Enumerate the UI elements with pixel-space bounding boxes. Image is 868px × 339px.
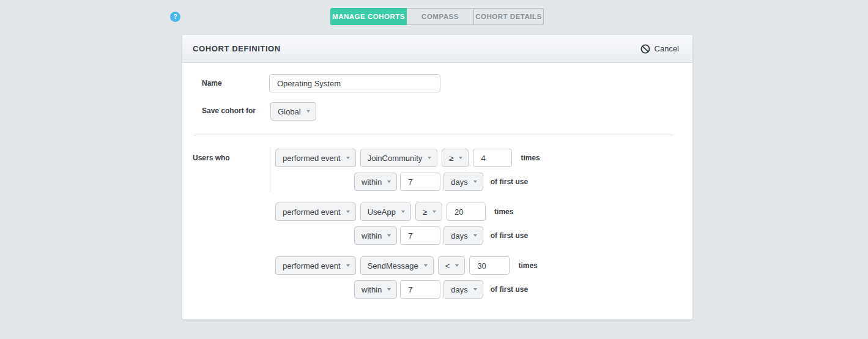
action-dropdown[interactable]: performed event <box>275 256 356 275</box>
panel-header: COHORT DEFINITION Cancel <box>182 35 692 63</box>
unit-dropdown[interactable]: days <box>443 226 483 245</box>
chevron-down-icon <box>346 157 350 159</box>
chevron-down-icon <box>473 234 477 237</box>
action-value: performed event <box>283 261 341 270</box>
count-input[interactable] <box>447 203 486 221</box>
action-dropdown[interactable]: performed event <box>275 149 356 167</box>
chevron-down-icon <box>346 264 350 267</box>
event-dropdown[interactable]: JoinCommunity <box>360 149 438 167</box>
unit-dropdown[interactable]: days <box>443 173 483 191</box>
count-input[interactable] <box>469 256 510 275</box>
tab-manage-cohorts[interactable]: MANAGE COHORTS <box>330 8 407 25</box>
panel-body: Name Save cohort for Global Users who pe… <box>182 63 692 319</box>
cancel-icon <box>640 44 650 54</box>
cancel-label: Cancel <box>655 44 679 53</box>
condition-group-divider <box>270 147 270 192</box>
condition-row: performed event UseApp ≥ times <box>275 203 513 221</box>
operator-dropdown[interactable]: < <box>438 256 466 275</box>
name-label: Name <box>202 79 222 88</box>
operator-dropdown[interactable]: ≥ <box>415 203 442 221</box>
within-dropdown[interactable]: within <box>354 280 397 299</box>
within-value: within <box>362 285 382 294</box>
chevron-down-icon <box>306 110 310 113</box>
of-first-use-label: of first use <box>491 231 528 240</box>
chevron-down-icon <box>346 210 350 213</box>
condition-row: performed event JoinCommunity ≥ times <box>275 149 540 167</box>
action-value: performed event <box>283 207 341 217</box>
times-label: times <box>494 207 513 216</box>
help-button[interactable]: ? <box>170 12 180 22</box>
event-dropdown[interactable]: UseApp <box>360 203 411 221</box>
within-count-input[interactable] <box>400 280 440 299</box>
tab-cohort-details[interactable]: COHORT DETAILS <box>473 9 543 24</box>
chevron-down-icon <box>473 288 477 291</box>
times-label: times <box>518 261 537 270</box>
chevron-down-icon <box>401 210 405 213</box>
times-label: times <box>521 154 540 162</box>
within-value: within <box>362 177 382 187</box>
action-dropdown[interactable]: performed event <box>275 203 356 221</box>
unit-value: days <box>451 285 467 294</box>
within-count-input[interactable] <box>400 226 440 245</box>
within-dropdown[interactable]: within <box>354 173 397 191</box>
condition-within-row: within days of first use <box>354 226 528 245</box>
chevron-down-icon <box>459 157 462 159</box>
count-input[interactable] <box>473 149 512 167</box>
section-divider <box>194 135 673 135</box>
of-first-use-label: of first use <box>491 285 528 294</box>
event-value: SendMessage <box>368 261 418 270</box>
of-first-use-label: of first use <box>491 177 528 186</box>
chevron-down-icon <box>424 264 428 267</box>
event-dropdown[interactable]: SendMessage <box>360 256 434 275</box>
within-value: within <box>362 231 382 240</box>
within-count-input[interactable] <box>400 173 440 191</box>
chevron-down-icon <box>432 210 436 213</box>
operator-value: ≥ <box>423 207 427 217</box>
chevron-down-icon <box>387 234 391 237</box>
chevron-down-icon <box>473 181 477 183</box>
chevron-down-icon <box>455 264 459 267</box>
chevron-down-icon <box>428 157 431 159</box>
operator-value: ≥ <box>449 154 453 163</box>
users-who-label: Users who <box>193 154 230 162</box>
unit-value: days <box>451 177 467 187</box>
cohort-name-input[interactable] <box>269 74 440 92</box>
chevron-down-icon <box>387 181 391 183</box>
tab-bar: MANAGE COHORTS COMPASS COHORT DETAILS <box>330 8 544 25</box>
cancel-button[interactable]: Cancel <box>640 44 679 54</box>
action-value: performed event <box>283 154 341 163</box>
tab-compass[interactable]: COMPASS <box>407 9 473 24</box>
tab-inactive-group: COMPASS COHORT DETAILS <box>407 8 544 25</box>
condition-within-row: within days of first use <box>354 173 528 191</box>
unit-dropdown[interactable]: days <box>443 280 483 299</box>
condition-row: performed event SendMessage < times <box>275 256 538 275</box>
within-dropdown[interactable]: within <box>354 226 397 245</box>
unit-value: days <box>451 231 467 240</box>
save-cohort-for-dropdown[interactable]: Global <box>270 102 316 121</box>
help-question-icon: ? <box>173 13 177 20</box>
operator-dropdown[interactable]: ≥ <box>442 149 469 167</box>
panel-title: COHORT DEFINITION <box>193 44 281 53</box>
save-cohort-for-value: Global <box>278 107 301 116</box>
event-value: UseApp <box>368 207 396 217</box>
save-cohort-for-label: Save cohort for <box>202 106 256 115</box>
event-value: JoinCommunity <box>368 154 423 163</box>
cohort-definition-panel: COHORT DEFINITION Cancel Name Save cohor… <box>182 35 692 319</box>
operator-value: < <box>445 261 450 270</box>
condition-within-row: within days of first use <box>354 280 528 299</box>
chevron-down-icon <box>387 288 391 291</box>
